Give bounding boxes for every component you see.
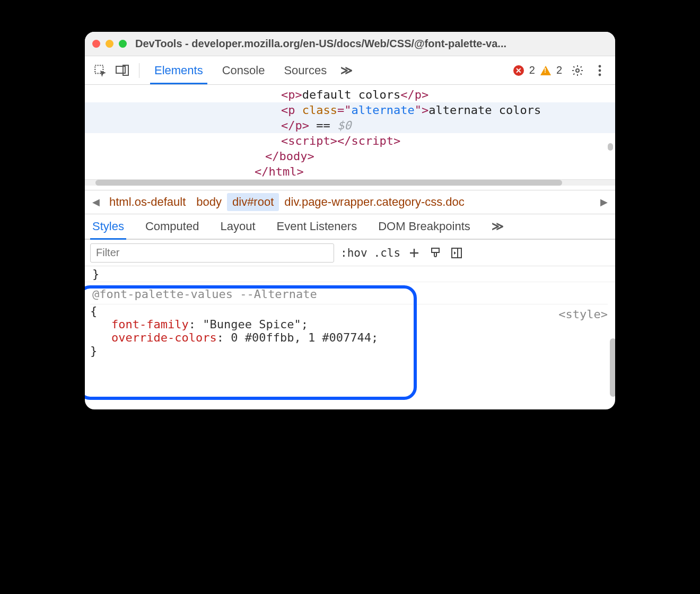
paint-brush-icon[interactable] xyxy=(428,246,443,260)
new-style-rule-icon[interactable] xyxy=(407,246,422,260)
device-toolbar-icon[interactable] xyxy=(113,62,132,80)
dom-node-selected-close[interactable]: </p> == $0 xyxy=(85,118,615,133)
breadcrumb-item-selected[interactable]: div#root xyxy=(227,193,279,211)
css-rule-selector[interactable]: @font-palette-values --Alternate xyxy=(90,283,608,304)
styles-filter-input[interactable] xyxy=(90,243,334,263)
more-tabs-icon[interactable]: ≫ xyxy=(336,56,357,84)
breadcrumb-item[interactable]: body xyxy=(191,193,227,211)
toggle-computed-sidebar-icon[interactable] xyxy=(449,246,464,260)
svg-rect-8 xyxy=(452,248,461,258)
error-count: 2 xyxy=(529,64,535,76)
tab-sources[interactable]: Sources xyxy=(274,56,336,84)
tab-console[interactable]: Console xyxy=(213,56,275,84)
dom-node[interactable]: </html> xyxy=(85,164,615,179)
warning-icon xyxy=(540,66,551,75)
dom-node[interactable]: <script></script> xyxy=(85,133,615,148)
devtools-window: DevTools - developer.mozilla.org/en-US/d… xyxy=(85,32,615,409)
toggle-hover-button[interactable]: :hov xyxy=(340,247,368,259)
svg-point-6 xyxy=(599,73,601,76)
styles-filter-row: :hov .cls xyxy=(85,240,615,266)
window-minimize-button[interactable] xyxy=(106,40,113,48)
vertical-scrollbar-thumb[interactable] xyxy=(610,338,615,397)
inspect-element-icon[interactable] xyxy=(91,62,109,80)
css-close-brace: } xyxy=(90,344,608,357)
breadcrumb-item[interactable]: html.os-default xyxy=(104,193,191,211)
css-property-value[interactable]: "Bungee Spice" xyxy=(203,318,301,331)
styles-subtabs: Styles Computed Layout Event Listeners D… xyxy=(85,214,615,240)
subtab-styles[interactable]: Styles xyxy=(92,214,124,239)
issue-counters[interactable]: ✕ 2 2 xyxy=(513,64,562,76)
settings-gear-icon[interactable] xyxy=(568,62,587,80)
svg-point-4 xyxy=(599,65,601,67)
subtab-computed[interactable]: Computed xyxy=(145,214,199,239)
css-rule-close-brace: } xyxy=(85,266,615,282)
styles-rules-panel[interactable]: @font-palette-values --Alternate { font-… xyxy=(85,282,615,409)
css-declaration[interactable]: override-colors: 0 #00ffbb, 1 #007744; xyxy=(90,331,608,344)
dom-tree-panel[interactable]: <p>default colors</p> <p class="alternat… xyxy=(85,85,615,190)
vertical-scrollbar-thumb[interactable] xyxy=(608,143,613,151)
toggle-class-button[interactable]: .cls xyxy=(374,247,401,259)
tab-elements[interactable]: Elements xyxy=(145,56,213,84)
window-close-button[interactable] xyxy=(92,40,100,48)
window-maximize-button[interactable] xyxy=(119,40,127,48)
svg-point-5 xyxy=(599,69,601,72)
dom-breadcrumb: ◀ html.os-default body div#root div.page… xyxy=(85,190,615,214)
svg-rect-7 xyxy=(432,248,439,252)
svg-rect-1 xyxy=(116,66,125,73)
css-property-name[interactable]: font-family xyxy=(111,318,189,331)
css-open-brace: { xyxy=(90,304,608,318)
window-traffic-lights xyxy=(92,40,127,48)
dom-node[interactable]: <p>default colors</p> xyxy=(85,87,615,102)
warning-count: 2 xyxy=(556,64,562,76)
horizontal-scrollbar[interactable] xyxy=(85,179,615,186)
breadcrumb-right-icon[interactable]: ▶ xyxy=(596,196,612,208)
window-title: DevTools - developer.mozilla.org/en-US/d… xyxy=(135,38,506,50)
css-declaration[interactable]: font-family: "Bungee Spice"; xyxy=(90,318,608,331)
subtab-layout[interactable]: Layout xyxy=(220,214,255,239)
dom-node-selected[interactable]: <p class="alternate">alternate colors xyxy=(85,102,615,118)
css-property-name[interactable]: override-colors xyxy=(111,331,217,344)
error-icon: ✕ xyxy=(513,65,524,76)
more-subtabs-icon[interactable]: ≫ xyxy=(492,214,504,239)
kebab-menu-icon[interactable] xyxy=(591,62,609,80)
css-property-value[interactable]: 0 #00ffbb, 1 #007744 xyxy=(231,331,371,344)
breadcrumb-left-icon[interactable]: ◀ xyxy=(88,196,104,208)
toolbar-separator xyxy=(139,63,139,78)
svg-point-3 xyxy=(576,69,579,72)
subtab-dom-breakpoints[interactable]: DOM Breakpoints xyxy=(378,214,470,239)
subtab-event-listeners[interactable]: Event Listeners xyxy=(277,214,357,239)
devtools-toolbar: Elements Console Sources ≫ ✕ 2 2 xyxy=(85,56,615,85)
css-rule-source-link[interactable]: <style> xyxy=(558,308,608,321)
window-titlebar: DevTools - developer.mozilla.org/en-US/d… xyxy=(85,32,615,56)
dom-node[interactable]: </body> xyxy=(85,148,615,164)
breadcrumb-item[interactable]: div.page-wrapper.category-css.doc xyxy=(279,195,470,209)
